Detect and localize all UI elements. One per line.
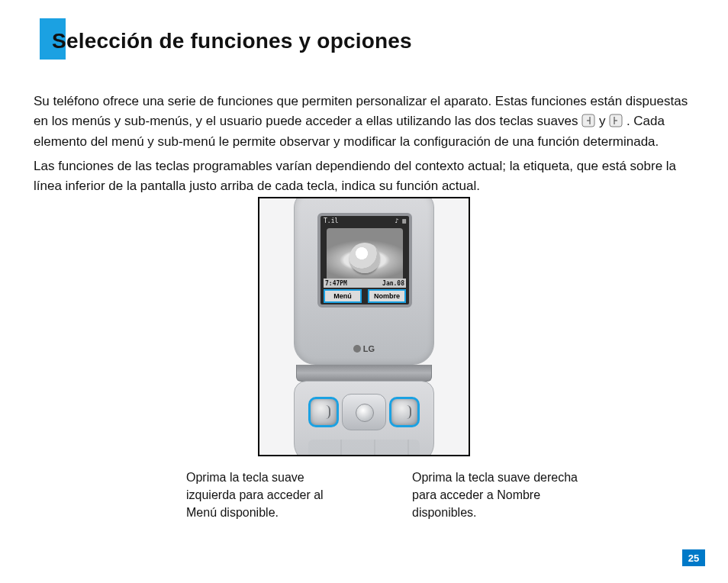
- intro-paragraph-1: Su teléfono ofrece una serie de funcione…: [34, 92, 694, 152]
- caption-right-softkey: Oprima la tecla suave derecha para acced…: [412, 469, 580, 522]
- phone-hinge: [296, 365, 432, 382]
- phone-flip-top: T.il ♪ ▥ 7:47PM Jan.08 Menú Nombre LG: [294, 197, 434, 365]
- left-softkey-icon: [581, 114, 595, 127]
- signal-indicator-icon: T.il: [324, 217, 338, 227]
- right-soft-key: [389, 397, 420, 427]
- brand-logo: LG: [295, 344, 433, 353]
- caption-left-softkey: Oprima la tecla suave izquierda para acc…: [186, 469, 354, 522]
- para1-text-b: y: [599, 114, 609, 128]
- phone-screen: T.il ♪ ▥ 7:47PM Jan.08 Menú Nombre: [317, 213, 412, 308]
- phone-body: T.il ♪ ▥ 7:47PM Jan.08 Menú Nombre LG: [294, 197, 434, 456]
- softkey-label-left: Menú: [324, 289, 362, 303]
- phone-keypad-section: [294, 381, 434, 456]
- softkey-label-row: Menú Nombre: [324, 289, 406, 303]
- status-bar: T.il ♪ ▥: [324, 217, 406, 227]
- page-title: Selección de funciones y opciones: [52, 29, 412, 53]
- battery-indicator-icon: ♪ ▥: [395, 217, 406, 227]
- page-number: 25: [682, 549, 705, 566]
- time-date-row: 7:47PM Jan.08: [324, 279, 406, 288]
- phone-illustration: T.il ♪ ▥ 7:47PM Jan.08 Menú Nombre LG: [258, 197, 470, 456]
- softkey-label-right: Nombre: [368, 289, 406, 303]
- keypad-row: [308, 440, 420, 456]
- intro-paragraph-2: Las funciones de las teclas programables…: [34, 156, 694, 197]
- left-soft-key: [308, 397, 339, 427]
- screen-date: Jan.08: [382, 280, 404, 287]
- nav-cluster: [342, 394, 386, 430]
- wallpaper-image: [327, 228, 403, 286]
- screen-time: 7:47PM: [325, 280, 347, 287]
- right-softkey-icon: [609, 114, 623, 127]
